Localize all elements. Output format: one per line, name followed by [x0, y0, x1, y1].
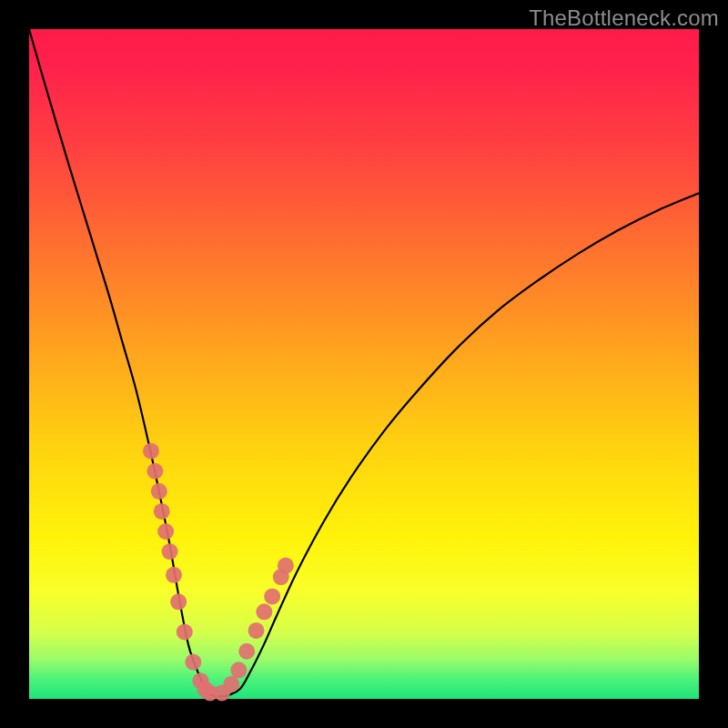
marker-dot: [147, 463, 163, 480]
marker-dot: [238, 643, 255, 660]
marker-dot: [170, 593, 187, 610]
marker-dot: [143, 443, 159, 460]
chart-svg: [29, 29, 699, 699]
marker-dot: [154, 503, 170, 520]
marker-dot: [185, 654, 201, 671]
watermark-text: TheBottleneck.com: [529, 5, 719, 31]
marker-dot: [157, 523, 174, 540]
marker-dot: [162, 543, 178, 560]
plot-area: [29, 29, 699, 699]
chart-frame: TheBottleneck.com: [0, 0, 728, 728]
marker-dot: [248, 622, 265, 639]
marker-dot: [264, 588, 280, 604]
bottleneck-curve: [29, 29, 699, 696]
marker-dot: [256, 603, 272, 620]
marker-dot: [177, 623, 193, 640]
marker-dot: [166, 567, 182, 583]
marker-dot: [230, 662, 247, 678]
marker-dot: [278, 558, 294, 574]
curve-markers: [143, 443, 294, 702]
marker-dot: [151, 483, 167, 500]
marker-dot: [223, 676, 239, 693]
